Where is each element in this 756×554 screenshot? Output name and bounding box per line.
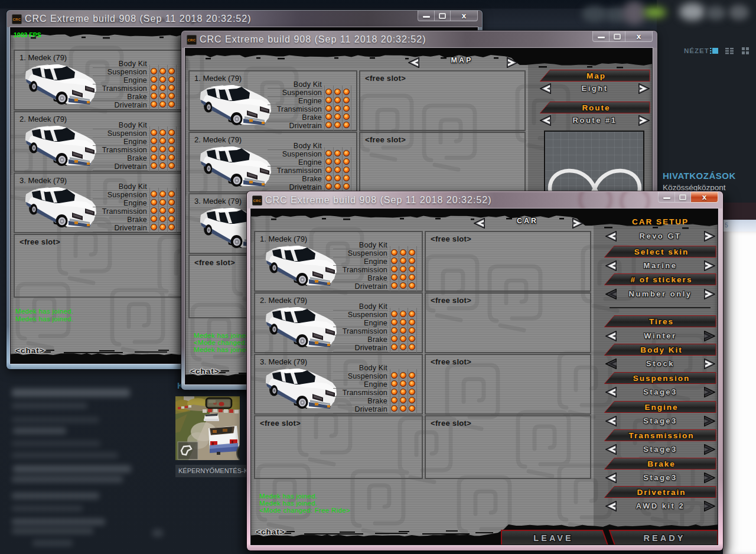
svg-text:Drivetrain: Drivetrain bbox=[637, 488, 686, 497]
svg-text:Engine: Engine bbox=[644, 403, 678, 412]
svg-text:Map: Map bbox=[586, 71, 606, 80]
svg-text:Transmission: Transmission bbox=[628, 431, 694, 440]
svg-text:Suspension: Suspension bbox=[633, 374, 690, 383]
svg-text:# of stickers: # of stickers bbox=[631, 275, 693, 284]
svg-text:Body Kit: Body Kit bbox=[640, 346, 683, 354]
svg-text:Tires: Tires bbox=[649, 317, 674, 326]
svg-text:Brake: Brake bbox=[647, 460, 676, 468]
svg-text:LEAVE: LEAVE bbox=[533, 533, 573, 543]
svg-text:READY: READY bbox=[644, 533, 686, 543]
svg-text:Select skin: Select skin bbox=[634, 247, 689, 256]
svg-text:Route: Route bbox=[582, 103, 610, 112]
